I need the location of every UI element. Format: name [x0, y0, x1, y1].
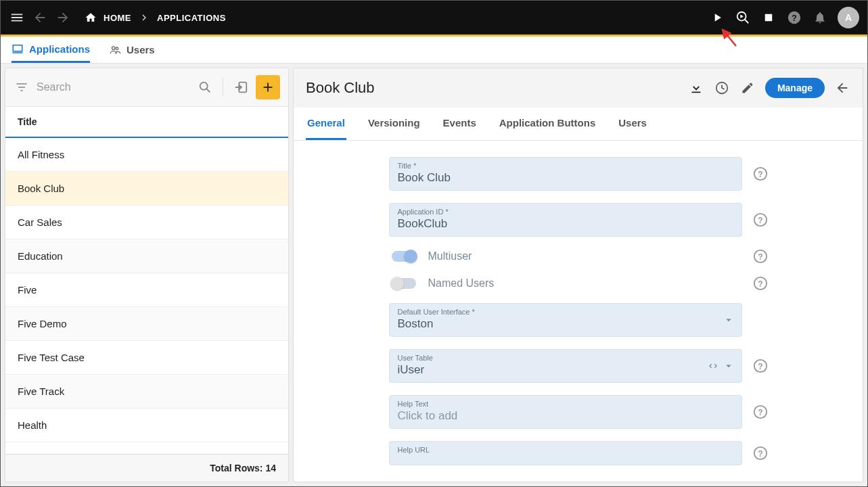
svg-point-7 [200, 83, 208, 90]
breadcrumb-home[interactable]: HOME [104, 13, 131, 23]
search-icon[interactable] [197, 79, 213, 95]
detail-tab[interactable]: Versioning [367, 108, 421, 140]
download-icon[interactable] [688, 80, 704, 96]
list-item[interactable]: Five Demo [5, 307, 288, 341]
main-tabs: Applications Users [1, 37, 867, 64]
help-icon[interactable]: ? [753, 212, 768, 227]
svg-line-1 [745, 20, 749, 24]
history-icon[interactable] [714, 80, 730, 96]
help-url-field[interactable]: Help URL [389, 441, 742, 465]
multiuser-toggle[interactable] [392, 251, 416, 262]
named-users-toggle[interactable] [392, 278, 416, 289]
list-header-title[interactable]: Title [5, 106, 288, 138]
svg-text:?: ? [758, 362, 762, 371]
tab-applications-label: Applications [29, 43, 90, 55]
user-table-field[interactable]: User Table iUser [389, 349, 742, 383]
applications-list: All FitnessBook ClubCar SalesEducationFi… [5, 138, 288, 454]
help-icon[interactable]: ? [753, 358, 768, 373]
nav-forward-icon[interactable] [55, 9, 71, 26]
detail-tab[interactable]: General [306, 108, 346, 140]
chevron-right-icon [138, 11, 150, 24]
list-item[interactable]: All Fitness [5, 138, 288, 172]
help-icon[interactable]: ? [753, 404, 768, 419]
list-item[interactable]: Health [5, 409, 288, 442]
nav-back-icon[interactable] [32, 9, 48, 26]
help-icon[interactable]: ? [753, 276, 768, 291]
help-icon[interactable]: ? [753, 166, 768, 181]
svg-rect-2 [765, 14, 773, 22]
svg-line-8 [207, 89, 210, 93]
default-ui-field[interactable]: Default User Interface * Boston [389, 303, 742, 337]
help-icon[interactable]: ? [753, 249, 768, 264]
detail-header: Book Club Manage [294, 68, 863, 108]
chevron-down-icon [723, 360, 735, 372]
menu-icon[interactable] [9, 9, 25, 26]
list-item[interactable]: Five Track [5, 375, 288, 409]
svg-text:?: ? [758, 408, 762, 417]
tab-users-label: Users [127, 44, 155, 55]
svg-text:?: ? [792, 13, 797, 23]
general-form: Title * Book Club ? Application ID * Boo… [389, 157, 768, 465]
application-id-field[interactable]: Application ID * BookClub [389, 203, 742, 237]
add-button[interactable] [256, 75, 280, 99]
svg-text:?: ? [758, 170, 762, 179]
help-text-field[interactable]: Help Text Click to add [389, 395, 742, 429]
avatar[interactable]: A [838, 7, 859, 28]
svg-point-6 [116, 47, 118, 49]
total-rows-label: Total Rows: 14 [5, 454, 288, 482]
left-toolbar [5, 68, 288, 106]
import-icon[interactable] [233, 79, 249, 95]
topbar: HOME APPLICATIONS ? A [1, 1, 867, 34]
multiuser-label: Multiuser [428, 250, 472, 262]
filter-icon[interactable] [14, 79, 30, 95]
svg-text:?: ? [758, 279, 762, 289]
stop-icon[interactable] [760, 9, 777, 26]
tab-applications[interactable]: Applications [12, 37, 90, 63]
breadcrumb: HOME APPLICATIONS [85, 11, 226, 24]
detail-title: Book Club [306, 79, 679, 97]
edit-icon[interactable] [739, 80, 756, 96]
svg-text:?: ? [758, 252, 762, 262]
play-icon[interactable] [709, 9, 725, 26]
detail-tab[interactable]: Users [617, 108, 648, 140]
detail-panel: Book Club Manage GeneralVersioningEvents… [293, 68, 863, 482]
list-item[interactable]: Car Sales [5, 206, 288, 239]
run-search-icon[interactable] [735, 9, 751, 26]
list-item[interactable]: Five Test Case [5, 341, 288, 375]
detail-tabs: GeneralVersioningEventsApplication Butto… [294, 108, 863, 141]
svg-point-5 [112, 46, 116, 49]
search-input[interactable] [37, 81, 190, 93]
code-icon[interactable] [708, 361, 718, 371]
help-icon[interactable]: ? [786, 9, 802, 26]
help-icon[interactable]: ? [753, 446, 768, 461]
bell-icon[interactable] [812, 9, 828, 26]
tab-users[interactable]: Users [109, 37, 155, 63]
breadcrumb-current[interactable]: APPLICATIONS [157, 13, 226, 23]
chevron-down-icon [723, 314, 735, 326]
list-item[interactable]: Five [5, 273, 288, 307]
svg-text:?: ? [758, 216, 762, 225]
detail-tab[interactable]: Application Buttons [498, 108, 597, 140]
list-item[interactable]: Book Club [5, 172, 288, 206]
list-item[interactable]: Education [5, 239, 288, 273]
home-icon[interactable] [85, 11, 97, 24]
manage-button[interactable]: Manage [765, 78, 825, 98]
named-users-label: Named Users [428, 277, 495, 289]
left-panel: Title All FitnessBook ClubCar SalesEduca… [5, 68, 289, 482]
svg-text:?: ? [758, 449, 762, 459]
detail-tab[interactable]: Events [442, 108, 478, 140]
title-field[interactable]: Title * Book Club [389, 157, 742, 191]
back-icon[interactable] [834, 80, 850, 96]
